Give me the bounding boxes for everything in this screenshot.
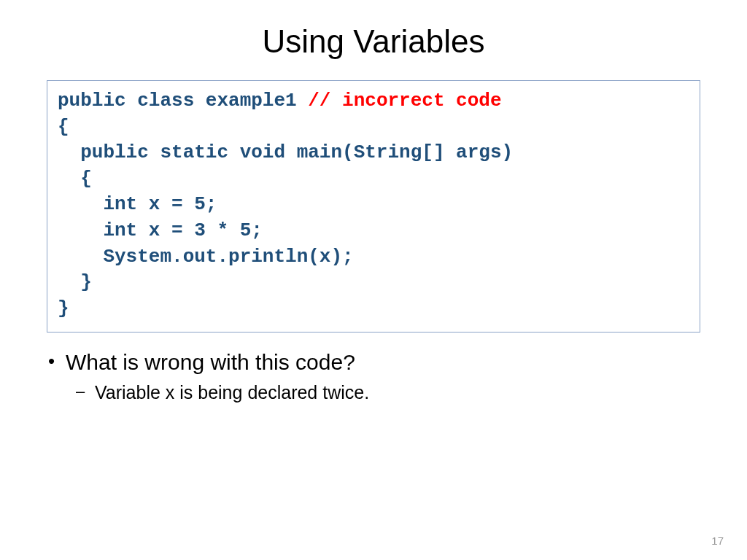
code-line-9: }: [58, 298, 69, 319]
code-content: public class example1 // incorrect code …: [58, 88, 689, 322]
page-number: 17: [711, 534, 724, 547]
sub-item-1: Variable x is being declared twice.: [66, 382, 702, 403]
code-box: public class example1 // incorrect code …: [47, 80, 700, 332]
code-line-8: }: [58, 271, 92, 293]
sub-list: Variable x is being declared twice.: [66, 382, 702, 403]
code-line-1-normal: public class example1: [58, 90, 308, 112]
question-text: What is wrong with this code?: [66, 350, 355, 374]
slide-title: Using Variables: [0, 23, 747, 60]
bullet-list: What is wrong with this code? Variable x…: [45, 350, 702, 403]
code-line-1-comment: // incorrect code: [308, 90, 501, 112]
answer-text: Variable x is being declared twice.: [95, 382, 369, 402]
code-line-6: int x = 3 * 5;: [58, 219, 263, 241]
code-line-5: int x = 5;: [58, 193, 217, 215]
code-line-4: {: [58, 168, 92, 190]
code-line-3: public static void main(String[] args): [58, 141, 513, 163]
code-line-7: System.out.println(x);: [58, 246, 354, 268]
code-line-2: {: [58, 116, 69, 138]
bullet-item-1: What is wrong with this code? Variable x…: [45, 350, 702, 403]
